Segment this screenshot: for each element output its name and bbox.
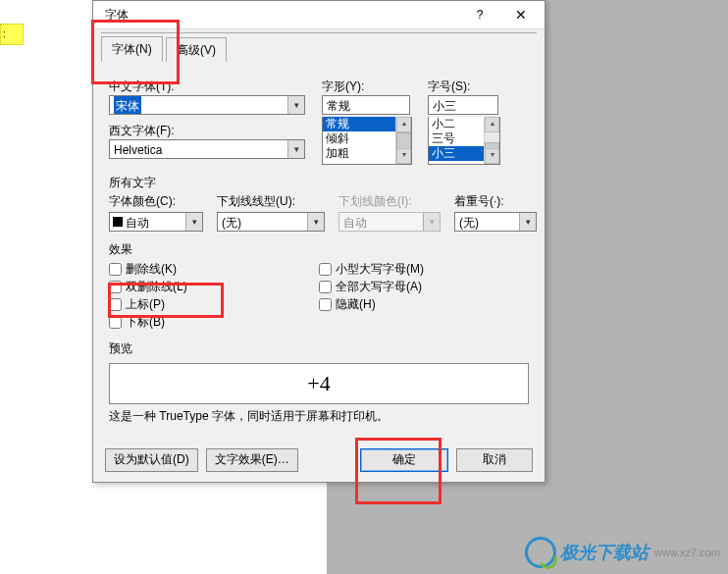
style-combo[interactable]: 常规 [322, 95, 410, 115]
checkbox[interactable] [109, 263, 122, 276]
chevron-down-icon[interactable]: ▾ [185, 213, 202, 231]
watermark-brand: 极光下载站 [560, 541, 649, 564]
cjk-font-combo[interactable]: 宋体 ▾ [109, 95, 305, 115]
chevron-down-icon[interactable]: ▾ [307, 213, 324, 231]
emphasis-combo[interactable]: (无) ▾ [454, 212, 537, 232]
chevron-down-icon[interactable]: ▾ [287, 140, 304, 158]
preview-text: +4 [307, 371, 330, 396]
comment-marker[interactable]: : [0, 24, 24, 45]
font-hint: 这是一种 TrueType 字体，同时适用于屏幕和打印机。 [109, 408, 529, 425]
check-smallcaps[interactable]: 小型大写字母(M) [319, 260, 529, 278]
font-color-combo[interactable]: 自动 ▾ [109, 212, 203, 232]
set-default-button[interactable]: 设为默认值(D) [105, 448, 198, 472]
label-latin-font: 西文字体(F): [109, 123, 310, 139]
underline-style-value: (无) [218, 213, 259, 231]
latin-font-value: Helvetica [110, 140, 180, 158]
cjk-font-value: 宋体 [114, 96, 141, 114]
size-list[interactable]: 小二 三号 小三 ▴ ▾ [428, 117, 500, 165]
check-label: 下标(B) [126, 314, 165, 331]
check-subscript[interactable]: 下标(B) [109, 313, 319, 331]
checkbox[interactable] [319, 281, 332, 293]
dialog-button-bar: 设为默认值(D) 文字效果(E)… 确定 取消 [93, 448, 545, 472]
underline-color-value: 自动 [339, 213, 385, 231]
font-dialog: 字体 ? ✕ 字体(N) 高级(V) 中文字体(T): 宋体 ▾ 西文字体(F)… [92, 0, 546, 483]
label-emphasis: 着重号(·): [454, 193, 537, 210]
size-combo[interactable]: 小三 [428, 95, 498, 115]
logo-icon [525, 537, 556, 568]
check-label: 删除线(K) [126, 261, 177, 278]
size-value: 小三 [429, 96, 474, 114]
style-value: 常规 [323, 96, 368, 114]
help-button[interactable]: ? [460, 1, 499, 28]
scroll-up-icon[interactable]: ▴ [396, 117, 411, 132]
cancel-button[interactable]: 取消 [456, 448, 533, 472]
chevron-down-icon: ▾ [423, 213, 440, 231]
ok-button[interactable]: 确定 [360, 448, 448, 472]
underline-style-combo[interactable]: (无) ▾ [217, 212, 325, 232]
label-size: 字号(S): [428, 78, 506, 95]
scrollbar[interactable]: ▴ ▾ [395, 117, 411, 164]
check-superscript[interactable]: 上标(P) [109, 295, 319, 313]
check-strike[interactable]: 删除线(K) [109, 260, 319, 278]
checkbox[interactable] [319, 263, 332, 276]
check-label: 上标(P) [126, 296, 165, 313]
label-style: 字形(Y): [322, 78, 416, 95]
checkbox[interactable] [109, 298, 122, 311]
tab-strip: 字体(N) 高级(V) [101, 35, 537, 61]
close-button[interactable]: ✕ [501, 1, 541, 28]
check-double-strike[interactable]: 双删除线(L) [109, 278, 319, 295]
dialog-titlebar[interactable]: 字体 ? ✕ [93, 1, 545, 29]
check-hidden[interactable]: 隐藏(H) [319, 295, 529, 313]
tab-advanced[interactable]: 高级(V) [166, 37, 227, 62]
label-underline-color: 下划线颜色(I): [338, 193, 441, 210]
dialog-title: 字体 [105, 8, 129, 22]
label-cjk-font: 中文字体(T): [109, 78, 310, 95]
latin-font-combo[interactable]: Helvetica ▾ [109, 139, 305, 159]
label-all-text: 所有文字 [109, 175, 545, 191]
label-effects: 效果 [109, 241, 545, 258]
scroll-down-icon[interactable]: ▾ [485, 148, 499, 164]
color-swatch-icon [113, 217, 123, 227]
check-label: 隐藏(H) [336, 296, 376, 313]
label-font-color: 字体颜色(C): [109, 193, 203, 210]
checkbox[interactable] [109, 281, 122, 293]
emphasis-value: (无) [455, 213, 496, 231]
watermark-url: www.xz7.com [654, 547, 720, 558]
check-label: 全部大写字母(A) [336, 279, 422, 295]
watermark: 极光下载站 www.xz7.com [525, 537, 720, 568]
scroll-up-icon[interactable]: ▴ [485, 117, 499, 132]
scroll-down-icon[interactable]: ▾ [396, 148, 411, 164]
label-preview: 预览 [109, 340, 545, 357]
check-allcaps[interactable]: 全部大写字母(A) [319, 278, 529, 295]
preview-box: +4 [109, 363, 529, 404]
underline-color-combo: 自动 ▾ [338, 212, 441, 232]
check-label: 双删除线(L) [126, 279, 187, 295]
check-label: 小型大写字母(M) [336, 261, 424, 278]
checkbox[interactable] [109, 316, 122, 329]
tab-font[interactable]: 字体(N) [101, 36, 163, 62]
checkbox[interactable] [319, 298, 332, 311]
style-list[interactable]: 常规 倾斜 加粗 ▴ ▾ [322, 117, 412, 165]
chevron-down-icon[interactable]: ▾ [287, 96, 304, 114]
label-underline-style: 下划线线型(U): [217, 193, 325, 210]
scrollbar[interactable]: ▴ ▾ [484, 117, 499, 164]
chevron-down-icon[interactable]: ▾ [519, 213, 536, 231]
tab-divider [101, 32, 537, 33]
text-effects-button[interactable]: 文字效果(E)… [206, 448, 298, 472]
